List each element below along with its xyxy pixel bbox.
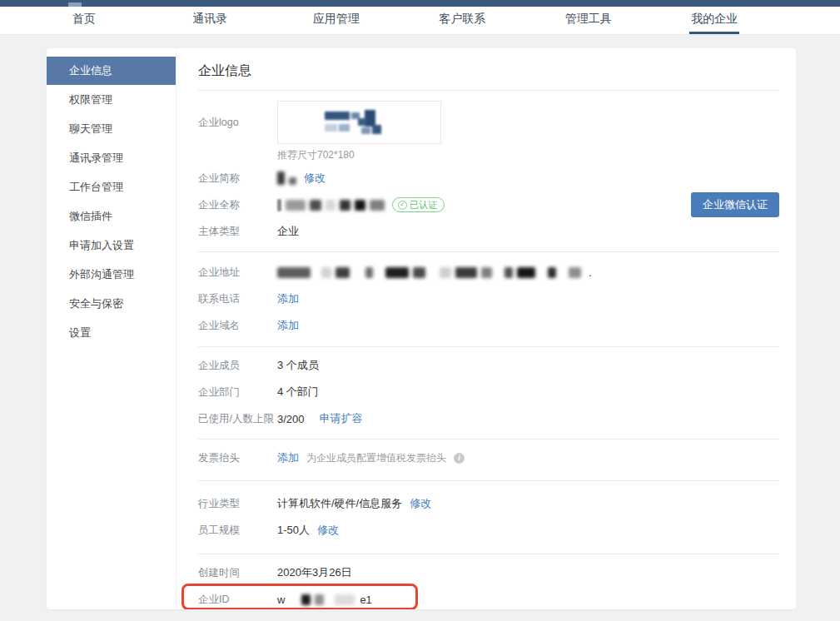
info-icon[interactable]: i — [454, 453, 465, 464]
corp-id-suffix: e1 — [360, 594, 371, 606]
row-domain: 企业域名 添加 — [198, 312, 779, 339]
redacted-address — [277, 267, 581, 278]
sidebar-item-enterprise-info[interactable]: 企业信息 — [47, 57, 176, 85]
tab-customer-relations[interactable]: 客户联系 — [400, 7, 526, 34]
row-departments: 企业部门 4 个部门 — [198, 379, 779, 405]
redacted-block — [413, 267, 425, 278]
redacted-block — [289, 177, 296, 185]
invoice-hint: 为企业成员配置增值税发票抬头 — [306, 451, 446, 465]
domain-add-link[interactable]: 添加 — [277, 318, 299, 333]
row-phone: 联系电话 添加 — [198, 286, 779, 312]
industry-value: 计算机软件/硬件/信息服务 — [277, 496, 402, 511]
page-title: 企业信息 — [198, 48, 779, 90]
redacted-block — [277, 267, 311, 278]
tab-contacts-label: 通讯录 — [191, 7, 229, 34]
industry-edit-link[interactable]: 修改 — [410, 496, 431, 511]
tab-app-management-label: 应用管理 — [311, 7, 361, 34]
tab-home[interactable]: 首页 — [21, 7, 147, 34]
redacted-block — [277, 199, 281, 211]
main-nav: 首页 通讯录 应用管理 客户联系 管理工具 我的企业 — [0, 7, 840, 35]
row-invoice-title: 发票抬头 添加 为企业成员配置增值税发票抬头 i — [198, 445, 779, 471]
redacted-block — [340, 200, 350, 211]
full-name-label: 企业全称 — [198, 198, 277, 212]
verified-badge-label: 已认证 — [410, 199, 437, 211]
staff-scale-edit-link[interactable]: 修改 — [317, 523, 339, 538]
short-name-label: 企业简称 — [198, 171, 277, 186]
sidebar-item-settings[interactable]: 设置 — [47, 319, 176, 347]
tab-management-tools-label: 管理工具 — [564, 7, 614, 34]
redacted-block — [385, 267, 409, 278]
staff-scale-label: 员工规模 — [198, 524, 277, 538]
redacted-corp-id — [290, 594, 355, 605]
departments-value: 4 个部门 — [277, 385, 319, 400]
tab-home-label: 首页 — [71, 7, 97, 34]
row-enterprise-logo: 企业logo 推荐尺寸70 — [198, 101, 779, 162]
redacted-block — [504, 267, 513, 278]
redacted-full-name — [277, 199, 385, 211]
entity-type-value: 企业 — [277, 224, 299, 239]
redacted-block — [355, 200, 365, 211]
domain-label: 企业域名 — [198, 319, 277, 333]
invoice-add-link[interactable]: 添加 — [277, 450, 299, 465]
tab-contacts[interactable]: 通讯录 — [147, 7, 274, 34]
row-industry: 行业类型 计算机软件/硬件/信息服务 修改 — [198, 490, 779, 517]
verified-badge: ✓ 已认证 — [392, 197, 445, 212]
departments-label: 企业部门 — [198, 385, 277, 400]
tab-management-tools[interactable]: 管理工具 — [525, 7, 652, 34]
phone-add-link[interactable]: 添加 — [277, 291, 299, 306]
enterprise-logo-label: 企业logo — [198, 101, 277, 130]
sidebar-item-wechat-plugin[interactable]: 微信插件 — [47, 202, 176, 231]
sidebar-item-chat-management[interactable]: 聊天管理 — [47, 115, 176, 143]
topbar-logo-fragment — [68, 2, 82, 7]
wechat-verify-button[interactable]: 企业微信认证 — [691, 192, 779, 217]
sidebar-item-external-communication[interactable]: 外部沟通管理 — [47, 261, 176, 289]
sidebar-item-security-privacy[interactable]: 安全与保密 — [47, 290, 176, 318]
row-corp-id: 企业ID w e1 — [198, 586, 779, 609]
tab-customer-relations-label: 客户联系 — [437, 7, 487, 34]
tab-app-management[interactable]: 应用管理 — [273, 7, 400, 34]
row-short-name: 企业简称 修改 — [198, 165, 779, 191]
staff-scale-value: 1-50人 — [277, 523, 310, 538]
redacted-block — [481, 267, 492, 278]
redacted-block — [517, 267, 535, 278]
created-time-value: 2020年3月26日 — [277, 565, 352, 580]
row-usage-quota: 已使用/人数上限 3/200 申请扩容 — [198, 405, 779, 432]
usage-quota-value: 3/200 — [277, 413, 305, 425]
phone-label: 联系电话 — [198, 292, 277, 306]
tab-my-enterprise-label: 我的企业 — [689, 7, 739, 34]
row-staff-scale: 员工规模 1-50人 修改 — [198, 517, 779, 544]
short-name-edit-link[interactable]: 修改 — [304, 171, 326, 186]
redacted-block — [336, 267, 350, 278]
members-label: 企业成员 — [198, 359, 277, 373]
redacted-block — [321, 267, 331, 278]
redacted-block — [455, 267, 477, 278]
row-members: 企业成员 3 个成员 — [198, 352, 779, 379]
members-value: 3 个成员 — [277, 358, 319, 373]
redacted-block — [365, 267, 373, 278]
logo-size-hint: 推荐尺寸702*180 — [277, 148, 441, 162]
enterprise-info-panel: 企业信息 企业logo — [176, 48, 796, 609]
divider — [198, 90, 779, 91]
created-time-label: 创建时间 — [198, 566, 277, 580]
enterprise-logo-image[interactable] — [277, 101, 441, 144]
redacted-logo-mosaic — [321, 107, 398, 137]
tab-my-enterprise[interactable]: 我的企业 — [652, 7, 778, 34]
redacted-block — [310, 200, 321, 211]
redacted-block — [315, 594, 324, 605]
redacted-block — [286, 200, 306, 211]
sidebar-item-contacts-management[interactable]: 通讯录管理 — [47, 144, 176, 172]
sidebar-item-permission-management[interactable]: 权限管理 — [47, 86, 176, 114]
sidebar-item-workbench-management[interactable]: 工作台管理 — [47, 173, 176, 201]
expand-quota-link[interactable]: 申请扩容 — [320, 411, 363, 426]
redacted-block — [326, 200, 336, 211]
redacted-block — [548, 267, 556, 278]
sidebar-item-join-settings[interactable]: 申请加入设置 — [47, 231, 176, 260]
address-value-suffix: . — [589, 266, 592, 279]
redacted-block — [335, 594, 355, 605]
check-icon: ✓ — [398, 201, 407, 210]
row-address: 企业地址 — [198, 259, 779, 286]
redacted-block — [301, 594, 311, 605]
redacted-block — [440, 267, 451, 278]
redacted-block — [370, 200, 385, 211]
entity-type-label: 主体类型 — [198, 225, 277, 239]
